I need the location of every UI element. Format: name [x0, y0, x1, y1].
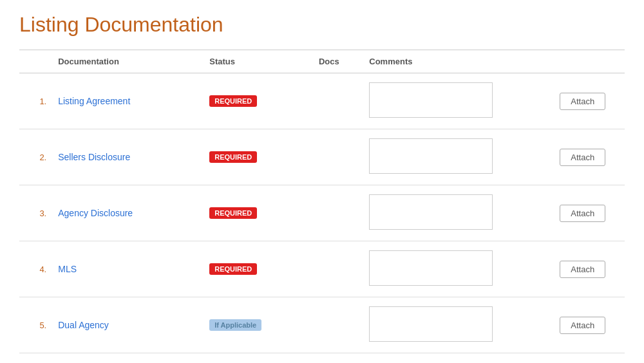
attach-button[interactable]: Attach [560, 261, 605, 278]
doc-comments-cell [364, 297, 540, 353]
doc-name: Listing Agreement [53, 73, 204, 129]
row-number: 1. [19, 73, 53, 129]
doc-attach-cell: Attach [540, 297, 625, 353]
page-title: Listing Documentation [19, 13, 625, 37]
doc-comments-cell [364, 129, 540, 185]
doc-name: Dual Agency [53, 297, 204, 353]
doc-name: Agency Disclosure [53, 185, 204, 241]
doc-docs [314, 241, 364, 297]
doc-comments-cell [364, 73, 540, 129]
doc-attach-cell: Attach [540, 129, 625, 185]
col-header-documentation: Documentation [53, 50, 204, 73]
doc-status: Required [204, 185, 314, 241]
doc-docs [314, 73, 364, 129]
doc-docs [314, 297, 364, 353]
doc-comments-cell [364, 241, 540, 297]
row-number: 4. [19, 241, 53, 297]
doc-attach-cell: Attach [540, 73, 625, 129]
doc-docs [314, 185, 364, 241]
table-row: 4.MLSRequiredAttach [19, 241, 625, 297]
doc-comments-cell [364, 185, 540, 241]
attach-button[interactable]: Attach [560, 317, 605, 334]
col-header-num [19, 50, 53, 73]
table-row: 2.Sellers DisclosureRequiredAttach [19, 129, 625, 185]
doc-status: Required [204, 73, 314, 129]
comment-input[interactable] [369, 138, 493, 174]
status-badge: Required [209, 95, 257, 107]
documentation-table: Documentation Status Docs Comments 1.Lis… [19, 50, 625, 353]
attach-button[interactable]: Attach [560, 93, 605, 110]
main-content: Listing Documentation Documentation Stat… [0, 0, 644, 363]
attach-button[interactable]: Attach [560, 149, 605, 166]
doc-status: Required [204, 129, 314, 185]
table-row: 1.Listing AgreementRequiredAttach [19, 73, 625, 129]
row-number: 3. [19, 185, 53, 241]
status-badge: If Applicable [209, 319, 261, 331]
comment-input[interactable] [369, 250, 493, 286]
doc-status: If Applicable [204, 297, 314, 353]
doc-status: Required [204, 241, 314, 297]
status-badge: Required [209, 151, 257, 163]
col-header-comments: Comments [364, 50, 540, 73]
doc-docs [314, 129, 364, 185]
doc-attach-cell: Attach [540, 185, 625, 241]
doc-name: MLS [53, 241, 204, 297]
attach-button[interactable]: Attach [560, 205, 605, 222]
doc-attach-cell: Attach [540, 241, 625, 297]
col-header-docs: Docs [314, 50, 364, 73]
table-row: 3.Agency DisclosureRequiredAttach [19, 185, 625, 241]
table-row: 5.Dual AgencyIf ApplicableAttach [19, 297, 625, 353]
comment-input[interactable] [369, 306, 493, 342]
doc-name: Sellers Disclosure [53, 129, 204, 185]
status-badge: Required [209, 263, 257, 275]
comment-input[interactable] [369, 82, 493, 118]
status-badge: Required [209, 207, 257, 219]
col-header-action [540, 50, 625, 73]
row-number: 2. [19, 129, 53, 185]
row-number: 5. [19, 297, 53, 353]
comment-input[interactable] [369, 194, 493, 230]
col-header-status: Status [204, 50, 314, 73]
